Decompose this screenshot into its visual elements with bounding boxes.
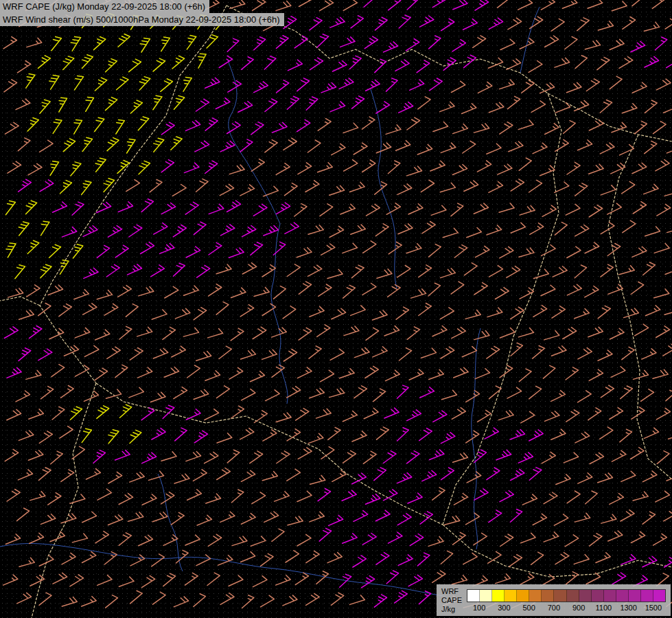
legend-label-line2: CAPE (441, 596, 462, 605)
wind-barb (407, 117, 420, 130)
wind-barb (621, 510, 634, 521)
wind-barb (153, 95, 162, 110)
wind-barb (327, 553, 342, 563)
wind-barb (205, 409, 219, 420)
wind-barb (474, 124, 489, 133)
wind-barb (231, 328, 244, 341)
wind-barb (350, 182, 365, 192)
wind-barb (75, 76, 84, 89)
wind-barb (127, 139, 136, 153)
wind-barb (59, 304, 72, 317)
wind-barb (84, 345, 98, 356)
wind-barb (622, 104, 637, 113)
country-border (443, 336, 513, 525)
wind-barb (266, 390, 280, 401)
wind-barb (318, 119, 331, 131)
wind-barb (129, 59, 141, 72)
wind-barb (531, 552, 544, 564)
wind-barb (8, 161, 21, 173)
wind-barb (612, 450, 626, 461)
wind-barb (82, 428, 91, 442)
wind-barb (82, 137, 92, 151)
wind-barb (656, 326, 670, 338)
legend-swatch (616, 590, 629, 602)
wind-barb (142, 494, 157, 505)
wind-barb (352, 431, 367, 442)
wind-barb (665, 17, 672, 29)
wind-barb (332, 308, 346, 319)
wind-barb (265, 99, 277, 112)
wind-barb (620, 145, 634, 155)
wind-barb (196, 99, 209, 111)
wind-barb (343, 450, 356, 463)
wind-barb (216, 302, 229, 315)
wind-barb (73, 244, 82, 258)
wind-barb (318, 163, 333, 172)
wind-barb (310, 389, 325, 398)
wind-barb (276, 575, 291, 585)
wind-barb (5, 534, 20, 545)
legend-swatch (505, 590, 517, 602)
legend-swatch (542, 590, 554, 602)
wind-barb (329, 515, 343, 525)
wind-barb (38, 349, 52, 360)
wind-barb (163, 535, 178, 546)
wind-barb (498, 411, 513, 420)
wind-barb (306, 97, 318, 110)
wind-barb (645, 56, 659, 67)
wind-barb (27, 240, 39, 253)
wind-barb (317, 325, 330, 337)
wind-barb (533, 269, 548, 279)
wind-barb (364, 36, 378, 49)
wind-barb (17, 508, 30, 520)
wind-barb (575, 225, 589, 236)
wind-barb (430, 161, 445, 171)
wind-barb (17, 61, 30, 73)
wind-barb (634, 370, 649, 379)
wind-barb (262, 350, 277, 359)
wind-barb (377, 269, 392, 279)
wind-barb (176, 308, 190, 319)
wind-barb (194, 389, 209, 399)
wind-barb (474, 203, 488, 214)
wind-barb (598, 350, 612, 360)
wind-barb (354, 511, 368, 522)
wind-barb (329, 226, 343, 237)
wind-barb (330, 349, 344, 360)
wind-barb (588, 0, 603, 8)
legend-tick-label: 700 (542, 603, 566, 613)
wind-barb (231, 288, 246, 297)
river (271, 224, 288, 404)
wind-barb (441, 268, 456, 278)
wind-barb (95, 531, 109, 543)
wind-barb (72, 446, 84, 459)
wind-barb (366, 328, 379, 340)
river (0, 544, 443, 596)
wind-barb (321, 244, 335, 255)
wind-barb (601, 185, 616, 195)
wind-barb (555, 103, 570, 113)
wind-barb (283, 306, 296, 319)
wind-barb (253, 204, 267, 216)
wind-barb (251, 242, 263, 255)
wind-barb (518, 328, 533, 337)
wind-barb (408, 204, 423, 214)
wind-barb (251, 536, 266, 546)
legend-tick-label: 1500 (641, 603, 666, 613)
wind-barb (299, 282, 311, 294)
wind-barb (487, 225, 502, 235)
wind-barb (171, 137, 182, 150)
wind-barb (544, 492, 557, 504)
wind-barb (298, 163, 312, 174)
wind-barb (209, 242, 222, 255)
wind-barb (242, 57, 254, 70)
wind-barb (574, 555, 589, 564)
wind-barb (589, 369, 603, 380)
wind-barb (106, 595, 118, 608)
legend-swatch (529, 590, 542, 602)
wind-barb (141, 242, 154, 254)
wind-barb (645, 428, 659, 438)
wind-barb (329, 388, 345, 397)
wind-barb (27, 118, 38, 132)
wind-barb (242, 263, 256, 274)
